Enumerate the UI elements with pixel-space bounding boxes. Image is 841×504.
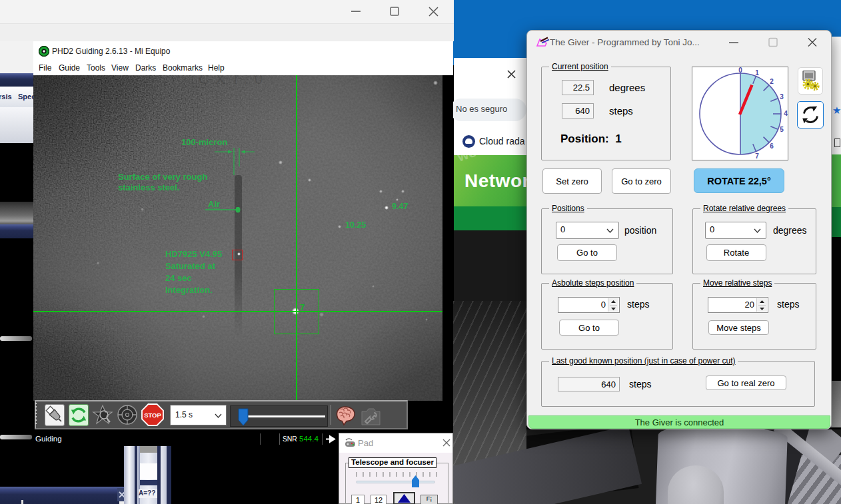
svg-text:5: 5 [780,126,784,133]
svg-text:6: 6 [770,142,774,150]
svg-text:3: 3 [780,93,784,101]
svg-text:4: 4 [784,110,788,117]
svg-text:1: 1 [755,69,759,77]
svg-text:STOP: STOP [144,411,161,419]
svg-text:2: 2 [770,78,774,85]
svg-text:7: 7 [755,152,759,160]
svg-text:0: 0 [738,67,742,74]
